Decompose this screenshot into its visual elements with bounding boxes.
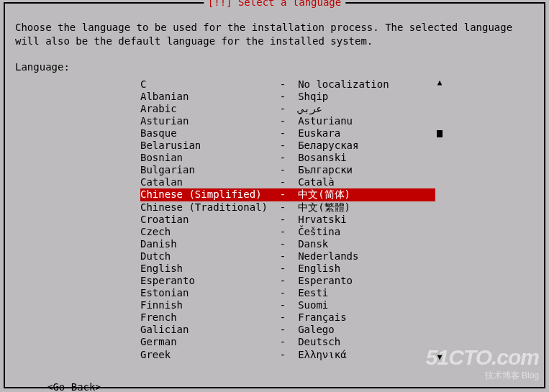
scroll-thumb[interactable] <box>437 130 443 137</box>
language-option[interactable]: Finnish - Suomi <box>140 299 435 311</box>
language-option[interactable]: Asturian - Asturianu <box>140 115 435 127</box>
language-option[interactable]: Galician - Galego <box>140 324 435 336</box>
language-option[interactable]: Estonian - Eesti <box>140 287 435 299</box>
dialog-content: Choose the language to be used for the i… <box>5 4 544 392</box>
dialog-title: [!!] Select a language <box>204 0 345 8</box>
language-option[interactable]: Greek - Ελληνικά <box>140 349 435 361</box>
language-option[interactable]: Arabic - عربي <box>140 103 435 115</box>
language-option[interactable]: Croatian - Hrvatski <box>140 214 435 226</box>
language-option[interactable]: Dutch - Nederlands <box>140 250 435 263</box>
language-list[interactable]: C - No localizationAlbanian - ShqipArabi… <box>140 78 435 361</box>
language-option[interactable]: Bulgarian - Български <box>140 164 435 176</box>
instruction-text: Choose the language to be used for the i… <box>15 21 534 48</box>
language-option[interactable]: Basque - Euskara <box>140 127 435 140</box>
language-option[interactable]: Catalan - Català <box>140 176 435 188</box>
scroll-down-icon[interactable]: ▼ <box>437 353 443 361</box>
language-option[interactable]: Czech - Čeština <box>140 226 435 238</box>
language-option[interactable]: French - Français <box>140 311 435 324</box>
language-option[interactable]: Chinese (Traditional) - 中文(繁體) <box>140 201 435 214</box>
language-option[interactable]: Danish - Dansk <box>140 238 435 250</box>
language-option[interactable]: Bosnian - Bosanski <box>140 152 435 164</box>
language-label: Language: <box>15 61 534 73</box>
language-dialog: [!!] Select a language Choose the langua… <box>4 2 545 388</box>
scroll-up-icon[interactable]: ▲ <box>437 78 443 86</box>
language-option[interactable]: Albanian - Shqip <box>140 91 435 103</box>
language-option[interactable]: German - Deutsch <box>140 336 435 348</box>
language-option[interactable]: Esperanto - Esperanto <box>140 275 435 287</box>
language-option[interactable]: English - English <box>140 263 435 275</box>
go-back-button[interactable]: <Go Back> <box>47 381 101 392</box>
language-list-container: C - No localizationAlbanian - ShqipArabi… <box>140 78 435 361</box>
language-option[interactable]: C - No localization <box>140 78 435 91</box>
language-option[interactable]: Chinese (Simplified) - 中文(简体) <box>140 188 435 201</box>
language-option[interactable]: Belarusian - Беларуская <box>140 140 435 152</box>
scrollbar[interactable]: ▲ ▼ <box>437 78 443 361</box>
